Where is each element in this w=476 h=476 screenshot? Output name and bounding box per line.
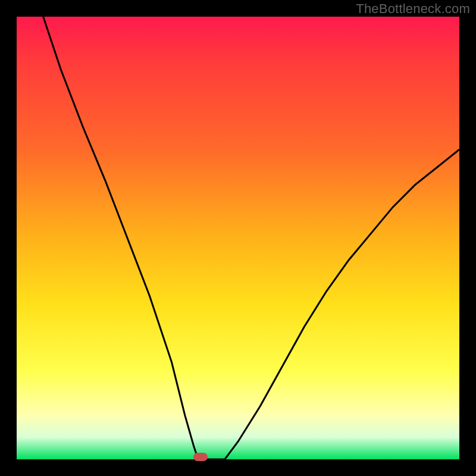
watermark-text: TheBottleneck.com [356,1,470,17]
curve-svg [17,17,459,459]
bottleneck-curve [43,17,459,459]
chart-frame: TheBottleneck.com [0,0,476,476]
plot-area [17,17,459,459]
optimal-point-marker [193,453,208,461]
